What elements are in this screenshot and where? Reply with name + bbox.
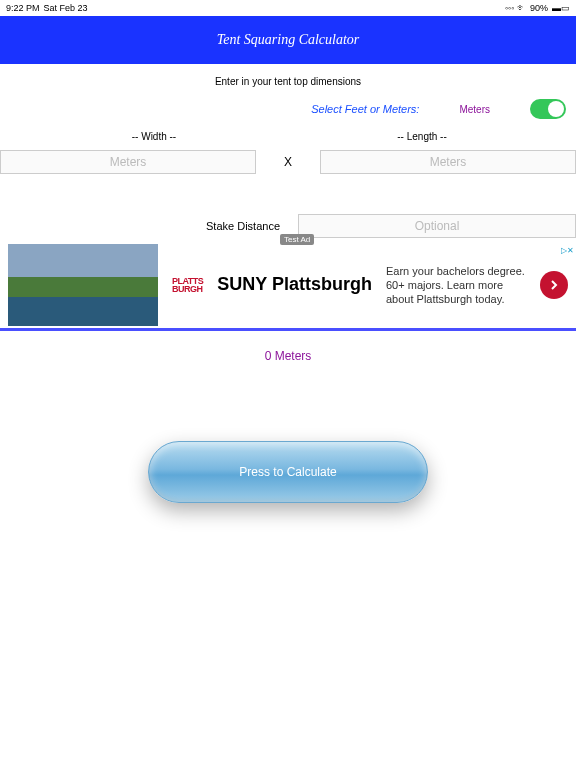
calculate-button-label: Press to Calculate <box>239 465 336 479</box>
width-input[interactable]: Meters <box>0 150 256 174</box>
ad-choices-icon[interactable]: ▷✕ <box>561 246 574 255</box>
calculate-button[interactable]: Press to Calculate <box>148 441 428 503</box>
stake-distance-input[interactable]: Optional <box>298 214 576 238</box>
app-header: Tent Squaring Calculator <box>0 16 576 64</box>
status-date: Sat Feb 23 <box>44 3 88 13</box>
instruction-text: Enter in your tent top dimensions <box>0 64 576 95</box>
length-label: -- Length -- <box>288 131 556 142</box>
ad-description: Earn your bachelors degree. 60+ majors. … <box>386 264 526 307</box>
ad-image <box>8 244 158 326</box>
test-ad-badge: Test Ad <box>280 234 314 245</box>
dimension-input-row: Meters X Meters <box>0 142 576 182</box>
ad-logo: PLATTS BURGH <box>172 277 203 293</box>
ad-title: SUNY Plattsburgh <box>217 274 372 296</box>
stake-distance-label: Stake Distance <box>0 220 288 232</box>
toggle-knob <box>548 101 564 117</box>
unit-toggle[interactable] <box>530 99 566 119</box>
dimension-separator: X <box>264 155 312 169</box>
result-value: 0 Meters <box>0 331 576 381</box>
unit-select-label: Select Feet or Meters: <box>311 103 419 115</box>
battery-icon: ▬▭ <box>552 3 570 13</box>
chevron-right-icon <box>548 279 560 291</box>
unit-selector-row: Select Feet or Meters: Meters <box>0 95 576 131</box>
wifi-icon: ◦◦◦ ᯤ <box>505 3 526 13</box>
dimension-labels: -- Width -- -- Length -- <box>0 131 576 142</box>
unit-current-value: Meters <box>459 104 490 115</box>
width-label: -- Width -- <box>20 131 288 142</box>
status-battery: 90% <box>530 3 548 13</box>
status-time: 9:22 PM <box>6 3 40 13</box>
status-bar: 9:22 PM Sat Feb 23 ◦◦◦ ᯤ 90% ▬▭ <box>0 0 576 16</box>
ad-cta-button[interactable] <box>540 271 568 299</box>
ad-banner[interactable]: Test Ad ▷✕ PLATTS BURGH SUNY Plattsburgh… <box>0 244 576 326</box>
length-input[interactable]: Meters <box>320 150 576 174</box>
page-title: Tent Squaring Calculator <box>217 32 360 47</box>
